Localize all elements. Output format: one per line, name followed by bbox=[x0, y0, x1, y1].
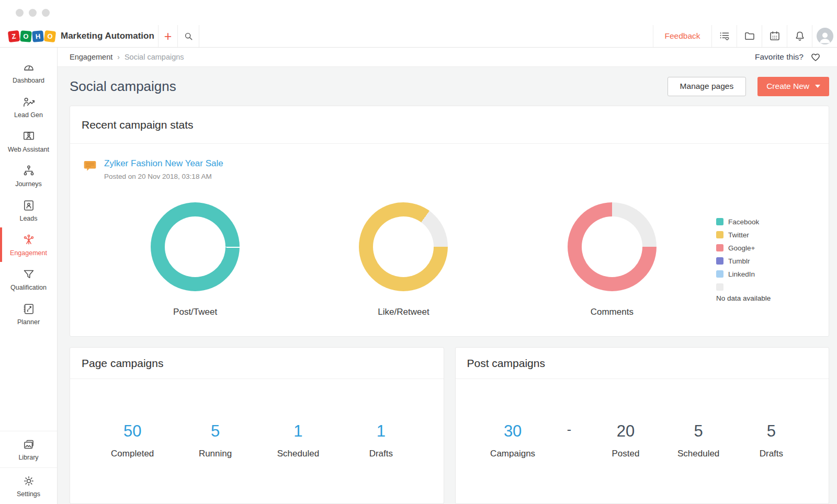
sidebar-item-label: Journeys bbox=[15, 180, 42, 188]
breadcrumb-current: Social campaigns bbox=[125, 53, 184, 61]
sidebar-item-engagement[interactable]: Engagement bbox=[0, 227, 57, 262]
breadcrumb: Engagement › Social campaigns Favorite t… bbox=[58, 48, 837, 67]
post-campaigns-card: Post campaigns 30Campaigns-20Posted5Sche… bbox=[455, 347, 830, 504]
donut-chart-like-retweet: Like/Retweet bbox=[359, 202, 448, 317]
window-titlebar bbox=[0, 0, 837, 25]
donut-ring bbox=[568, 202, 657, 291]
breadcrumb-engagement[interactable]: Engagement bbox=[70, 53, 112, 61]
sidebar: DashboardLead GenWeb AssistantJourneysLe… bbox=[0, 48, 58, 504]
sidebar-item-settings[interactable]: Settings bbox=[0, 467, 57, 504]
sidebar-item-label: Planner bbox=[17, 318, 40, 326]
qualification-funnel-icon bbox=[22, 268, 36, 281]
user-menu[interactable] bbox=[812, 25, 837, 47]
stat-completed: 50Completed bbox=[91, 422, 174, 459]
avatar bbox=[817, 28, 833, 44]
chevron-down-icon bbox=[815, 85, 820, 88]
legend-swatch bbox=[716, 257, 723, 265]
lead-gen-icon bbox=[22, 95, 36, 109]
stat-value: 50 bbox=[91, 422, 174, 441]
stat-campaigns: 30Campaigns bbox=[477, 422, 549, 459]
stat-scheduled: 5Scheduled bbox=[662, 422, 735, 459]
sidebar-item-label: Engagement bbox=[10, 249, 47, 257]
sidebar-item-planner[interactable]: Planner bbox=[0, 296, 57, 331]
legend-label: LinkedIn bbox=[728, 270, 755, 278]
sidebar-item-journeys[interactable]: Journeys bbox=[0, 158, 57, 193]
create-plus-button[interactable]: + bbox=[158, 25, 177, 47]
feedback-link[interactable]: Feedback bbox=[653, 25, 711, 47]
zoho-logo-tile: Z bbox=[8, 30, 20, 42]
dashboard-gauge-icon bbox=[22, 61, 36, 74]
window-close-button[interactable] bbox=[16, 9, 24, 17]
chat-bubble-icon bbox=[83, 158, 97, 173]
top-navigation-bar: ZOHO Marketing Automation + Feedback bbox=[0, 25, 837, 48]
sidebar-item-label: Lead Gen bbox=[14, 111, 43, 119]
donut-ring bbox=[151, 202, 240, 291]
page-campaigns-card: Page campaigns 50Completed5Running1Sched… bbox=[70, 347, 444, 504]
stat-drafts: 1Drafts bbox=[340, 422, 422, 459]
notifications-button[interactable] bbox=[787, 25, 812, 47]
legend-item-facebook: Facebook bbox=[716, 218, 813, 226]
sidebar-item-label: Leads bbox=[19, 215, 37, 222]
settings-gear-icon bbox=[22, 474, 36, 488]
sidebar-item-lead-gen[interactable]: Lead Gen bbox=[0, 89, 57, 124]
sidebar-item-label: Dashboard bbox=[13, 77, 44, 84]
web-assistant-icon bbox=[22, 130, 36, 143]
legend-swatch bbox=[716, 218, 723, 225]
legend-item-linkedin: LinkedIn bbox=[716, 270, 813, 278]
heart-icon bbox=[810, 51, 821, 63]
recent-campaign-stats-title: Recent campaign stats bbox=[70, 106, 829, 144]
stat-value: 5 bbox=[735, 422, 808, 441]
legend-swatch bbox=[716, 244, 723, 251]
campaign-name-link[interactable]: Zylker Fashion New Year Sale bbox=[104, 158, 223, 169]
files-button[interactable] bbox=[737, 25, 762, 47]
search-button[interactable] bbox=[177, 25, 199, 47]
breadcrumb-separator-icon: › bbox=[117, 53, 120, 61]
stat-dash: - bbox=[549, 422, 590, 459]
legend-item-tumblr: Tumblr bbox=[716, 257, 813, 265]
sidebar-spacer bbox=[0, 331, 57, 431]
recent-items-button[interactable] bbox=[711, 25, 737, 47]
page-title: Social campaigns bbox=[70, 78, 176, 95]
stat-label: Running bbox=[174, 449, 256, 459]
donut-chart-label: Comments bbox=[591, 307, 634, 317]
stat-label: Drafts bbox=[735, 449, 808, 459]
window-zoom-button[interactable] bbox=[42, 9, 50, 17]
legend-item-no-data-available bbox=[716, 283, 813, 291]
legend-swatch bbox=[716, 283, 723, 291]
donut-chart-label: Post/Tweet bbox=[173, 307, 217, 317]
recent-campaign-stats-card: Recent campaign stats Zylker Fashion New… bbox=[70, 106, 829, 337]
page-campaigns-title: Page campaigns bbox=[70, 348, 444, 379]
window-minimize-button[interactable] bbox=[29, 9, 37, 17]
create-new-button[interactable]: Create New bbox=[757, 77, 829, 96]
sidebar-item-leads[interactable]: Leads bbox=[0, 193, 57, 227]
legend-label: Google+ bbox=[728, 244, 755, 252]
folder-icon bbox=[743, 30, 756, 42]
stat-label bbox=[549, 445, 590, 454]
plus-icon: + bbox=[164, 30, 172, 43]
sidebar-item-label: Qualification bbox=[10, 284, 47, 291]
favorite-heart-button[interactable] bbox=[810, 51, 821, 63]
brand: ZOHO Marketing Automation bbox=[0, 25, 158, 47]
journeys-icon bbox=[22, 164, 36, 178]
library-icon bbox=[22, 438, 36, 451]
stat-value: 1 bbox=[257, 422, 340, 441]
legend-label: Twitter bbox=[728, 231, 749, 239]
donut-ring bbox=[359, 202, 448, 291]
manage-pages-button[interactable]: Manage pages bbox=[668, 77, 746, 96]
donut-charts-row: Post/TweetLike/RetweetComments FacebookT… bbox=[70, 180, 829, 336]
stat-value: 5 bbox=[662, 422, 735, 441]
sidebar-item-web-assistant[interactable]: Web Assistant bbox=[0, 124, 57, 158]
sidebar-item-dashboard[interactable]: Dashboard bbox=[0, 55, 57, 89]
sidebar-item-library[interactable]: Library bbox=[0, 431, 57, 467]
zoho-logo: ZOHO bbox=[8, 31, 55, 42]
stat-label: Completed bbox=[91, 449, 174, 459]
planner-icon bbox=[22, 302, 36, 316]
planner-calendar-button[interactable] bbox=[762, 25, 787, 47]
list-heart-icon bbox=[718, 30, 731, 42]
legend-label: Tumblr bbox=[728, 257, 750, 265]
sidebar-item-label: Library bbox=[18, 454, 38, 461]
campaign-posted-text: Posted on 20 Nov 2018, 03:18 AM bbox=[104, 173, 223, 180]
chart-legend: FacebookTwitterGoogle+TumblrLinkedInNo d… bbox=[716, 218, 829, 302]
stat-value: - bbox=[549, 422, 590, 437]
sidebar-item-qualification[interactable]: Qualification bbox=[0, 262, 57, 296]
